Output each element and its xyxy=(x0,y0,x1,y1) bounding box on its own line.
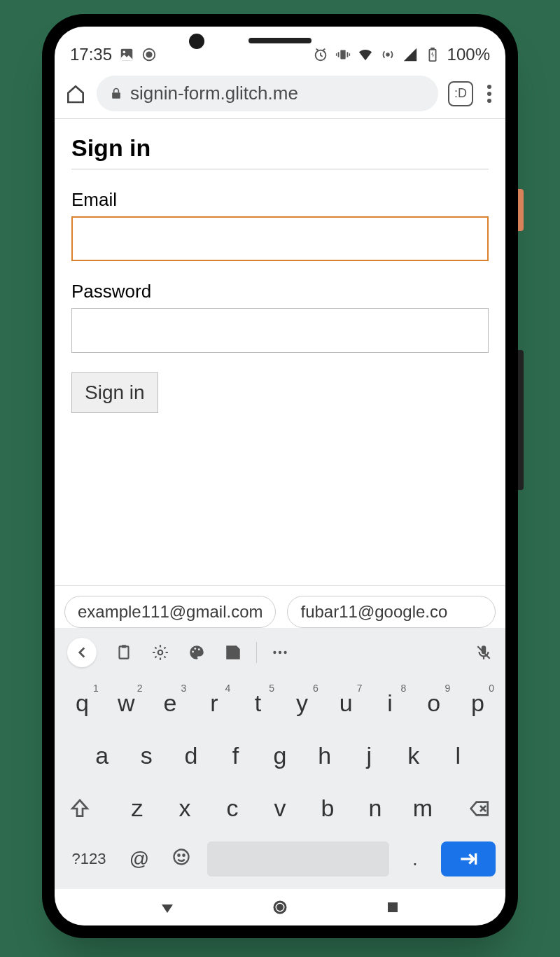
system-nav-bar xyxy=(55,889,505,925)
period-key[interactable]: . xyxy=(399,848,431,870)
key-b[interactable]: b xyxy=(304,785,351,832)
spacebar-key[interactable] xyxy=(207,841,389,876)
key-c[interactable]: c xyxy=(209,785,256,832)
svg-rect-8 xyxy=(336,53,337,56)
svg-point-17 xyxy=(192,651,194,653)
email-label: Email xyxy=(71,189,489,211)
key-w[interactable]: w2 xyxy=(104,680,148,727)
key-r[interactable]: r4 xyxy=(192,680,236,727)
key-p[interactable]: p0 xyxy=(456,680,500,727)
signal-icon xyxy=(402,47,418,62)
key-s[interactable]: s xyxy=(125,732,169,779)
svg-rect-29 xyxy=(388,902,398,912)
key-t[interactable]: t5 xyxy=(236,680,280,727)
page-content: Sign in Email Password Sign in xyxy=(55,119,505,585)
password-label: Password xyxy=(71,281,489,302)
key-h[interactable]: h xyxy=(302,732,347,779)
key-i[interactable]: i8 xyxy=(368,680,412,727)
wifi-icon xyxy=(358,47,373,62)
svg-rect-13 xyxy=(112,92,120,98)
at-key[interactable]: @ xyxy=(123,848,155,870)
key-d[interactable]: d xyxy=(169,732,214,779)
svg-rect-15 xyxy=(122,645,127,648)
gear-icon[interactable] xyxy=(151,643,169,662)
key-x[interactable]: x xyxy=(161,785,209,832)
status-time: 17:35 xyxy=(70,45,112,64)
key-u[interactable]: u7 xyxy=(324,680,368,727)
url-bar[interactable]: signin-form.glitch.me xyxy=(97,76,438,111)
soft-keyboard: q1w2e3r4t5y6u7i8o9p0 asdfghjkl zxcvbnm ?… xyxy=(55,628,505,889)
suggestion-chip[interactable]: example111@gmail.com xyxy=(64,596,276,628)
svg-point-18 xyxy=(194,648,196,650)
lock-icon xyxy=(109,87,123,101)
nav-home-icon[interactable] xyxy=(272,899,288,916)
home-icon[interactable] xyxy=(64,83,87,105)
nav-back-icon[interactable] xyxy=(159,899,176,916)
key-y[interactable]: y6 xyxy=(280,680,324,727)
svg-point-19 xyxy=(198,648,200,650)
emoji-key[interactable] xyxy=(165,847,197,872)
key-k[interactable]: k xyxy=(391,732,436,779)
svg-rect-12 xyxy=(431,48,434,50)
autofill-suggestions: example111@gmail.com fubar11@google.co xyxy=(55,585,505,628)
svg-point-1 xyxy=(123,51,126,54)
shift-key[interactable] xyxy=(60,797,99,820)
status-bar: 17:35 100% xyxy=(55,27,505,69)
keyboard-collapse-icon[interactable] xyxy=(67,638,97,667)
browser-bar: signin-form.glitch.me :D xyxy=(55,69,505,119)
svg-point-22 xyxy=(284,651,286,654)
url-text: signin-form.glitch.me xyxy=(130,83,298,104)
hotspot-icon xyxy=(380,47,396,62)
svg-point-26 xyxy=(183,854,184,855)
backspace-key[interactable] xyxy=(461,797,500,820)
target-icon xyxy=(141,47,157,62)
svg-point-20 xyxy=(273,651,276,654)
sign-in-button[interactable]: Sign in xyxy=(71,372,158,413)
symbols-key[interactable]: ?123 xyxy=(64,850,113,868)
key-v[interactable]: v xyxy=(256,785,304,832)
alarm-icon xyxy=(313,47,328,62)
vibrate-icon xyxy=(335,47,351,62)
key-n[interactable]: n xyxy=(351,785,399,832)
key-m[interactable]: m xyxy=(399,785,447,832)
key-l[interactable]: l xyxy=(436,732,481,779)
svg-point-25 xyxy=(178,854,179,855)
svg-point-28 xyxy=(276,904,284,911)
key-f[interactable]: f xyxy=(214,732,258,779)
enter-key[interactable] xyxy=(441,841,496,876)
clipboard-icon[interactable] xyxy=(115,643,133,662)
tabs-button[interactable]: :D xyxy=(448,81,473,106)
battery-percent: 100% xyxy=(447,45,490,64)
svg-point-16 xyxy=(158,650,163,655)
svg-point-10 xyxy=(386,53,389,56)
battery-icon xyxy=(425,47,440,62)
key-j[interactable]: j xyxy=(346,732,391,779)
key-e[interactable]: e3 xyxy=(148,680,192,727)
more-icon[interactable] xyxy=(271,643,289,662)
svg-rect-14 xyxy=(120,646,129,658)
key-q[interactable]: q1 xyxy=(60,680,104,727)
email-field[interactable] xyxy=(71,216,489,261)
svg-rect-5 xyxy=(340,50,345,60)
svg-point-21 xyxy=(279,651,281,654)
svg-rect-6 xyxy=(337,52,339,57)
overflow-menu-icon[interactable] xyxy=(483,85,496,103)
svg-point-3 xyxy=(146,52,151,57)
sticker-icon[interactable] xyxy=(224,643,242,662)
page-title: Sign in xyxy=(71,134,489,169)
nav-recent-icon[interactable] xyxy=(384,899,401,916)
key-a[interactable]: a xyxy=(80,732,125,779)
suggestion-chip[interactable]: fubar11@google.co xyxy=(287,596,496,628)
image-icon xyxy=(119,47,134,62)
key-g[interactable]: g xyxy=(258,732,302,779)
svg-point-24 xyxy=(174,849,189,864)
password-field[interactable] xyxy=(71,308,489,353)
key-o[interactable]: o9 xyxy=(412,680,456,727)
key-z[interactable]: z xyxy=(113,785,161,832)
svg-rect-7 xyxy=(346,52,348,57)
svg-rect-9 xyxy=(349,53,349,56)
mic-off-icon[interactable] xyxy=(475,643,493,662)
palette-icon[interactable] xyxy=(188,643,206,662)
